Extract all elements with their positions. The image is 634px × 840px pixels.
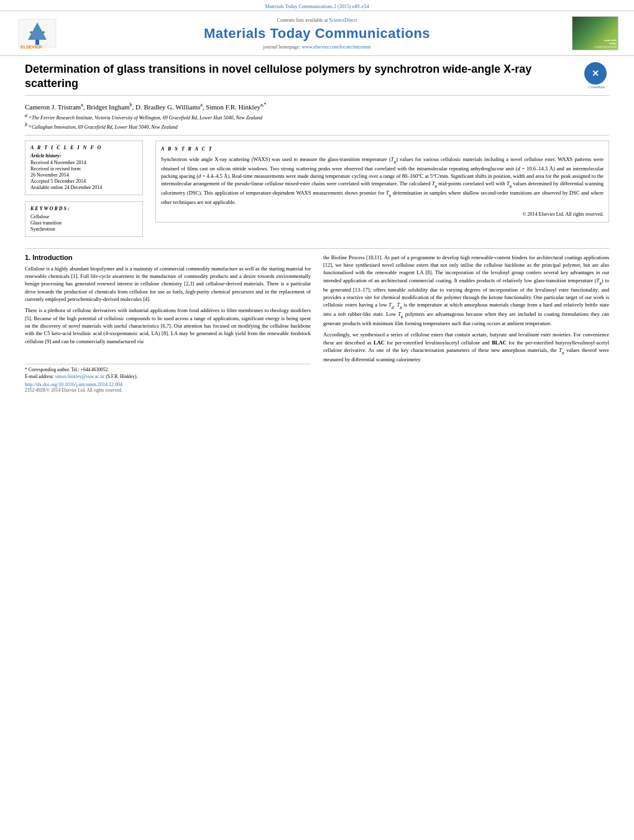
revised-label: Received in revised form [30, 166, 137, 172]
keywords-title: Keywords: [30, 206, 137, 211]
affiliation-a: a ᵃ The Ferrier Research Institute, Vict… [25, 113, 609, 121]
authors-section: Cameron J. Tristrama, Bridget Inghamb, D… [25, 102, 609, 130]
left-column: A R T I C L E I N F O Article history: R… [25, 141, 143, 243]
right-para1: the Biofine Process [10,11]. As part of … [323, 254, 609, 328]
svg-text:ELSEVIER: ELSEVIER [21, 45, 42, 49]
journal-header: ELSEVIER Contents lists available at Sci… [0, 11, 634, 56]
svg-point-3 [30, 31, 32, 34]
journal-center-header: Contents lists available at ScienceDirec… [68, 17, 566, 50]
body-left-col: 1. Introduction Cellulose is a highly ab… [25, 254, 311, 393]
contents-line: Contents lists available at ScienceDirec… [68, 17, 566, 23]
svg-point-5 [36, 27, 39, 30]
intro-para2: There is a plethora of cellulose derivat… [25, 307, 311, 345]
journal-citation: Materials Today Communications 2 (2015) … [0, 0, 634, 11]
authors-line: Cameron J. Tristrama, Bridget Inghamb, D… [25, 102, 609, 111]
journal-title: Materials Today Communications [68, 25, 566, 42]
body-text-area: 1. Introduction Cellulose is a highly ab… [25, 254, 609, 393]
body-right-col: the Biofine Process [10,11]. As part of … [323, 254, 609, 393]
section-divider [25, 135, 609, 136]
keyword-3: Synchrotron [30, 226, 137, 232]
right-para2: Accordingly, we synthesised a series of … [323, 331, 609, 363]
keyword-1: Cellulose [30, 214, 137, 219]
body-divider [25, 248, 609, 249]
info-abstract-area: A R T I C L E I N F O Article history: R… [25, 141, 609, 243]
abstract-title: A B S T R A C T [161, 146, 604, 152]
footer-copyright: 2352-4928/© 2014 Elsevier Ltd. All right… [25, 387, 311, 393]
article-title: Determination of glass transitions in no… [25, 62, 578, 91]
received-line: Received 4 November 2014 [30, 160, 137, 165]
crossmark-icon: ✕ [584, 62, 607, 85]
svg-point-4 [42, 31, 45, 34]
keywords-box: Keywords: Cellulose Glass transition Syn… [25, 201, 143, 237]
article-info-title: A R T I C L E I N F O [30, 145, 137, 150]
sciencedirect-link[interactable]: ScienceDirect [329, 17, 357, 23]
abstract-box: A B S T R A C T Synchrotron wide angle X… [155, 141, 609, 223]
article-info-box: A R T I C L E I N F O Article history: R… [25, 141, 143, 195]
available-line: Available online 24 December 2014 [30, 185, 137, 190]
elsevier-logo: ELSEVIER [12, 16, 62, 50]
intro-para1: Cellulose is a highly abundant biopolyme… [25, 265, 311, 303]
abstract-text: Synchrotron wide angle X-ray scattering … [161, 155, 604, 206]
homepage-url[interactable]: www.elsevier.com/locate/mtcomm [301, 44, 370, 50]
intro-heading: 1. Introduction [25, 254, 311, 261]
footnote-email: E-mail address: simon.hinkley@vuw.ac.nz … [25, 374, 311, 379]
email-link[interactable]: simon.hinkley@vuw.ac.nz [55, 374, 105, 379]
homepage-line: journal homepage: www.elsevier.com/locat… [68, 44, 566, 50]
title-section: Determination of glass transitions in no… [25, 62, 609, 96]
materialstoday-logo: materialstodayCOMMUNICATIONS [572, 16, 622, 50]
footer-notes: * Corresponding author. Tel.: +644 46300… [25, 364, 311, 393]
abstract-copyright: © 2014 Elsevier Ltd. All rights reserved… [161, 211, 604, 217]
svg-rect-1 [35, 40, 39, 45]
right-column: A B S T R A C T Synchrotron wide angle X… [155, 141, 609, 243]
article-history-label: Article history: [30, 153, 137, 159]
keyword-2: Glass transition [30, 220, 137, 226]
doi-link[interactable]: http://dx.doi.org/10.1016/j.mtcomm.2014.… [25, 382, 311, 387]
accepted-line: Accepted 5 December 2014 [30, 178, 137, 184]
revised-date: 26 November 2014 [30, 172, 137, 178]
affiliation-b: b ᵇ Callaghan Innovation, 69 Gracefield … [25, 122, 609, 130]
article-content: Determination of glass transitions in no… [0, 56, 634, 399]
crossmark-badge: ✕ CrossMark [584, 62, 609, 87]
footnote-star: * Corresponding author. Tel.: +644 46300… [25, 367, 311, 372]
